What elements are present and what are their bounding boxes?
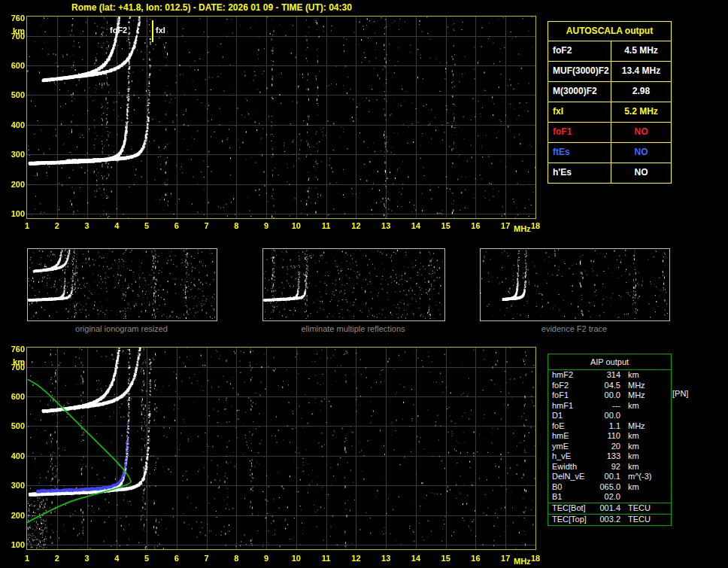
x-tick-label: 11 bbox=[322, 221, 331, 230]
x-tick-label: 18 bbox=[531, 554, 540, 563]
aip-value: 314 bbox=[595, 370, 620, 381]
x-tick-label: 6 bbox=[174, 221, 179, 230]
x-tick-label: 6 bbox=[174, 554, 179, 563]
autoscala-param-value: 13.4 MHz bbox=[611, 62, 671, 81]
y-tick-label: 100 bbox=[11, 540, 25, 549]
aip-label: hmF2 bbox=[548, 370, 595, 381]
aip-value: 003.2 bbox=[595, 515, 620, 525]
panel-evidence-f2-trace bbox=[480, 248, 670, 321]
aip-value: 04.5 bbox=[595, 381, 620, 391]
y-tick-label: 400 bbox=[11, 120, 25, 129]
x-tick-label: 14 bbox=[411, 221, 420, 230]
aip-label: h_vE bbox=[548, 451, 595, 462]
aip-value: 02.0 bbox=[595, 492, 620, 503]
aip-value: 133 bbox=[595, 451, 620, 462]
aip-label: TEC[Top] bbox=[548, 515, 595, 525]
autoscala-param-label: ftEs bbox=[548, 143, 611, 163]
y-tick-label: 600 bbox=[11, 392, 25, 401]
x-tick-label: 3 bbox=[84, 554, 89, 563]
x-tick-label: 1 bbox=[25, 221, 29, 230]
aip-unit: TECU bbox=[620, 515, 651, 525]
autoscala-row: foF1NO bbox=[548, 123, 671, 143]
x-tick-label: 2 bbox=[55, 554, 59, 563]
x-tick-label: 7 bbox=[205, 554, 209, 563]
aip-label: foF1 bbox=[548, 390, 595, 401]
autoscala-row: h'EsNO bbox=[548, 163, 671, 183]
x-tick-label: 4 bbox=[114, 554, 119, 563]
y-tick-label: 760 bbox=[11, 14, 25, 23]
x-tick-label: 17 bbox=[501, 554, 510, 563]
aip-row: DelN_vE00.1m^(-3) bbox=[548, 472, 671, 482]
aip-row: hmE110km bbox=[548, 431, 671, 442]
aip-value: --- bbox=[595, 401, 620, 412]
aip-row: foF204.5MHz bbox=[548, 381, 671, 391]
aip-label: foF2 bbox=[548, 381, 595, 391]
y-axis-unit-label-top: km bbox=[13, 26, 25, 35]
autoscala-param-label: MUF(3000)F2 bbox=[548, 62, 611, 81]
eliminate-reflections-canvas bbox=[263, 249, 443, 319]
y-tick-label: 300 bbox=[11, 481, 25, 490]
y-tick-label: 500 bbox=[11, 90, 25, 99]
caption-eliminate-reflections: eliminate multiple reflections bbox=[262, 324, 444, 333]
aip-unit: km bbox=[620, 482, 639, 493]
original-ionogram-canvas bbox=[28, 249, 215, 319]
aip-unit: TECU bbox=[620, 503, 651, 514]
y-tick-label: 100 bbox=[11, 209, 25, 218]
x-tick-label: 9 bbox=[264, 221, 268, 230]
panel-eliminate-reflections bbox=[262, 248, 445, 321]
aip-unit: MHz bbox=[620, 421, 645, 432]
aip-label: foE bbox=[548, 421, 595, 432]
aip-unit: km bbox=[620, 401, 639, 412]
caption-evidence-f2-trace: evidence F2 trace bbox=[480, 324, 669, 333]
autoscala-param-value: NO bbox=[611, 123, 671, 142]
aip-row: hmF2314km bbox=[548, 370, 671, 381]
x-tick-label: 17 bbox=[501, 221, 510, 230]
aip-row: TEC[Top]003.2TECU bbox=[548, 514, 671, 525]
y-tick-label: 760 bbox=[11, 345, 25, 354]
x-tick-label: 12 bbox=[351, 554, 360, 563]
x-tick-label: 18 bbox=[531, 221, 540, 230]
y-tick-label: 300 bbox=[11, 150, 25, 159]
autoscala-param-value: NO bbox=[611, 143, 671, 163]
x-axis-unit-label-top: MHz bbox=[514, 224, 531, 233]
aip-row: TEC[Bot]001.4TECU bbox=[548, 503, 671, 514]
y-tick-label: 200 bbox=[11, 511, 25, 520]
aip-output-table: AIP output hmF2314kmfoF204.5MHzfoF100.0M… bbox=[548, 354, 672, 526]
x-tick-label: 13 bbox=[381, 554, 390, 563]
autoscala-param-label: fxI bbox=[548, 102, 611, 122]
aip-label: DelN_vE bbox=[548, 472, 595, 482]
y-tick-label: 400 bbox=[11, 451, 25, 460]
x-tick-label: 2 bbox=[55, 221, 59, 230]
aip-unit: km bbox=[620, 370, 639, 381]
y-tick-label: 200 bbox=[11, 180, 25, 189]
aip-label: TEC[Bot] bbox=[548, 503, 595, 514]
x-tick-label: 9 bbox=[264, 554, 268, 563]
aip-unit: km bbox=[620, 442, 639, 452]
aip-value: 00.0 bbox=[595, 411, 620, 421]
autoscala-row: M(3000)F22.98 bbox=[548, 82, 671, 102]
aip-value: 00.1 bbox=[595, 472, 620, 482]
aip-label: ymE bbox=[548, 442, 595, 452]
x-tick-label: 8 bbox=[234, 221, 238, 230]
aip-value: 00.0 bbox=[595, 390, 620, 401]
aip-unit: MHz bbox=[620, 381, 645, 391]
aip-value: 1.1 bbox=[595, 421, 620, 432]
x-tick-label: 16 bbox=[471, 221, 480, 230]
autoscala-param-value: 5.2 MHz bbox=[611, 102, 671, 122]
bottom-ionogram-canvas bbox=[26, 347, 536, 550]
x-axis-unit-label-bottom: MHz bbox=[514, 557, 531, 566]
autoscala-row: ftEsNO bbox=[548, 143, 671, 163]
x-tick-label: 15 bbox=[441, 554, 450, 563]
x-tick-label: 16 bbox=[471, 554, 480, 563]
station-title: Rome (lat: +41.8, lon: 012.5) - DATE: 20… bbox=[71, 2, 352, 13]
aip-label: B1 bbox=[548, 492, 595, 503]
caption-original-ionogram: original ionogram resized bbox=[27, 324, 216, 333]
aip-value: 20 bbox=[595, 442, 620, 452]
foF2-trace-label: foF2 bbox=[110, 26, 127, 35]
autoscala-param-value: 2.98 bbox=[611, 82, 671, 102]
evidence-f2-trace-canvas bbox=[481, 249, 668, 319]
y-tick-label: 500 bbox=[11, 421, 25, 430]
x-tick-label: 10 bbox=[292, 221, 301, 230]
aip-unit: MHz bbox=[620, 390, 645, 401]
aip-label: hmE bbox=[548, 431, 595, 442]
